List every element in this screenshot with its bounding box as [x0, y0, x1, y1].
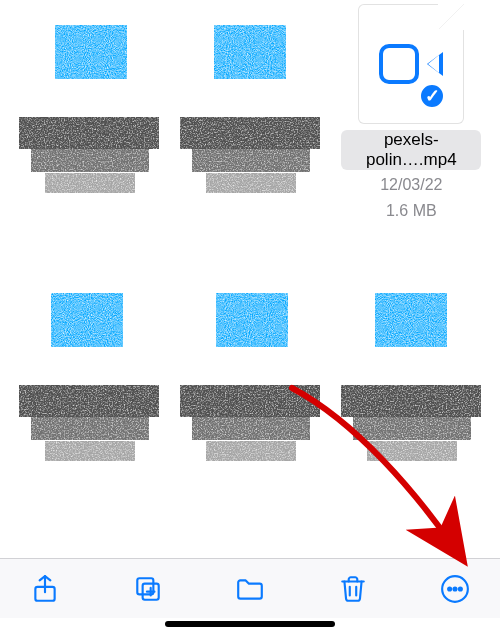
file-item[interactable] [169, 268, 330, 498]
bottom-toolbar [0, 558, 500, 618]
svg-rect-6 [202, 150, 300, 170]
svg-rect-18 [363, 418, 461, 438]
trash-icon [338, 574, 368, 604]
svg-rect-1 [31, 120, 151, 146]
svg-point-26 [459, 587, 462, 590]
svg-rect-9 [31, 388, 151, 414]
video-camera-icon [381, 42, 441, 86]
loading-thumbnail [19, 0, 159, 220]
svg-rect-15 [214, 443, 288, 459]
svg-rect-7 [214, 175, 288, 191]
svg-rect-10 [41, 418, 139, 438]
share-icon [30, 574, 60, 604]
ellipsis-circle-icon [440, 574, 470, 604]
svg-point-25 [454, 587, 457, 590]
file-item[interactable] [331, 268, 492, 498]
folder-icon [235, 574, 265, 604]
svg-point-24 [448, 587, 451, 590]
loading-thumbnail [180, 0, 320, 220]
file-name-label: pexels-polin….mp4 [341, 130, 481, 170]
svg-point-0 [61, 30, 121, 74]
file-item[interactable] [169, 0, 330, 230]
svg-rect-11 [53, 443, 127, 459]
more-button[interactable] [434, 568, 476, 610]
file-size-label: 1.6 MB [386, 200, 437, 222]
svg-rect-17 [353, 388, 473, 414]
move-button[interactable] [229, 568, 271, 610]
home-indicator[interactable] [165, 621, 335, 627]
svg-rect-13 [192, 388, 312, 414]
selected-check-icon: ✓ [418, 82, 446, 110]
delete-button[interactable] [332, 568, 374, 610]
svg-rect-19 [375, 443, 449, 459]
share-button[interactable] [24, 568, 66, 610]
file-date-label: 12/03/22 [380, 174, 442, 196]
svg-rect-5 [192, 120, 312, 146]
svg-rect-3 [53, 175, 127, 191]
svg-point-12 [222, 298, 282, 342]
loading-thumbnail [341, 268, 481, 488]
svg-point-8 [57, 298, 117, 342]
loading-thumbnail [19, 268, 159, 488]
file-grid: ✓ pexels-polin….mp4 12/03/22 1.6 MB [8, 0, 492, 498]
duplicate-button[interactable] [127, 568, 169, 610]
svg-rect-14 [202, 418, 300, 438]
file-item-selected[interactable]: ✓ pexels-polin….mp4 12/03/22 1.6 MB [331, 0, 492, 230]
svg-point-4 [220, 30, 280, 74]
svg-rect-2 [41, 150, 139, 170]
file-grid-area: ✓ pexels-polin….mp4 12/03/22 1.6 MB [0, 0, 500, 555]
svg-point-16 [381, 298, 441, 342]
duplicate-icon [133, 574, 163, 604]
loading-thumbnail [180, 268, 320, 488]
video-thumbnail: ✓ [358, 4, 464, 124]
file-item[interactable] [8, 268, 169, 498]
page-fold-icon [438, 4, 464, 30]
file-item[interactable] [8, 0, 169, 230]
